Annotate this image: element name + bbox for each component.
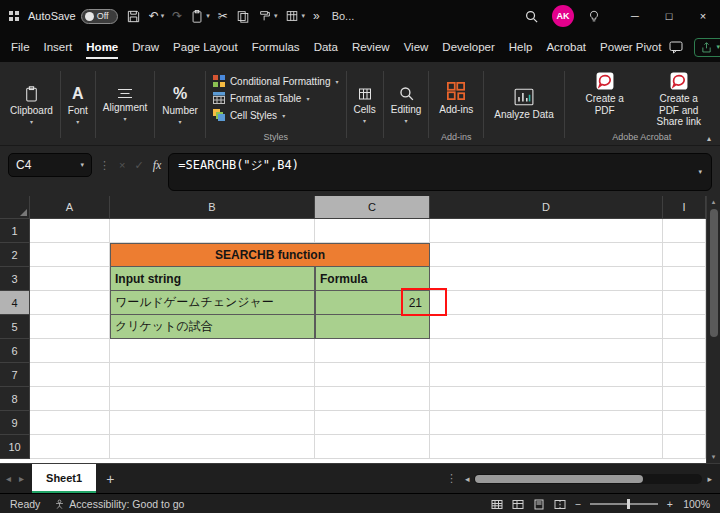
cell-c5[interactable] [315,315,430,339]
cell-b5[interactable]: クリケットの試合 [110,315,315,339]
sheet-nav-right[interactable]: ▸ [19,473,24,484]
column-header-d[interactable]: D [430,196,663,219]
normal-view-icon[interactable] [512,499,524,510]
tab-view[interactable]: View [397,32,436,62]
hscroll-right-icon[interactable]: ▸ [707,474,712,484]
page-break-view-icon[interactable] [554,499,566,510]
scroll-down-icon[interactable]: ▾ [712,454,716,460]
zoom-level[interactable]: 100% [682,498,710,510]
cell[interactable] [663,339,706,363]
scroll-up-icon[interactable]: ▴ [712,199,716,205]
row-header-5[interactable]: 5 [0,315,30,339]
lightbulb-icon[interactable] [587,9,601,24]
cell[interactable] [663,219,706,243]
hscroll-track[interactable] [474,474,702,484]
formula-text[interactable]: =SEARCHB("ジ",B4) [178,157,299,174]
cell[interactable] [30,387,110,411]
cell[interactable] [30,219,110,243]
tab-page-layout[interactable]: Page Layout [166,32,245,62]
cell[interactable] [430,411,663,435]
save-button[interactable] [126,9,141,24]
cell[interactable] [315,387,430,411]
minimize-button[interactable]: ─ [618,0,652,32]
ribbon-group-font[interactable]: A Font ▾ [64,64,92,145]
formula-bar-expand-button[interactable]: ▾ [698,168,702,176]
sheet-tab-sheet1[interactable]: Sheet1 [32,464,96,493]
cell[interactable] [110,387,315,411]
insert-function-button[interactable]: fx [153,158,162,173]
cell[interactable] [430,291,663,315]
cell-styles-button[interactable]: Cell Styles ▾ [213,109,285,121]
zoom-slider[interactable] [590,503,658,505]
cell[interactable] [110,435,315,459]
cell[interactable] [315,219,430,243]
create-pdf-share-button[interactable]: Create a PDF and Share link [646,72,712,128]
cell[interactable] [663,387,706,411]
ribbon-group-clipboard[interactable]: Clipboard ▾ [6,64,57,145]
conditional-formatting-button[interactable]: Conditional Formatting ▾ [213,75,339,87]
row-header-1[interactable]: 1 [0,219,30,243]
cell[interactable] [663,291,706,315]
cell[interactable] [30,291,110,315]
sheet-nav-left[interactable]: ◂ [6,473,11,484]
ribbon-group-editing[interactable]: Editing ▾ [387,64,426,145]
tab-file[interactable]: File [4,32,37,62]
cell[interactable] [663,315,706,339]
row-header-7[interactable]: 7 [0,363,30,387]
document-name[interactable]: Bo... [332,10,355,22]
cell[interactable] [30,315,110,339]
zoom-slider-thumb[interactable] [627,499,630,509]
tab-developer[interactable]: Developer [435,32,501,62]
row-header-2[interactable]: 2 [0,243,30,267]
ribbon-group-number[interactable]: % Number ▾ [158,64,202,145]
zoom-out-button[interactable]: − [575,498,581,510]
search-icon[interactable] [524,9,539,24]
row-header-8[interactable]: 8 [0,387,30,411]
hscroll-thumb[interactable] [475,475,643,483]
select-all-button[interactable] [0,196,30,219]
cell[interactable] [315,339,430,363]
add-sheet-button[interactable]: + [106,471,114,487]
tab-insert[interactable]: Insert [37,32,80,62]
ribbon-group-cells[interactable]: Cells ▾ [350,64,380,145]
tab-power-pivot[interactable]: Power Pivot [593,32,668,62]
cell-b4[interactable]: ワールドゲームチェンジャー [110,291,315,315]
page-layout-view-icon[interactable] [533,499,545,510]
cancel-button[interactable]: × [119,159,125,171]
cell[interactable] [110,411,315,435]
cell[interactable] [30,435,110,459]
cell[interactable] [30,411,110,435]
create-pdf-button[interactable]: Create a PDF [572,72,638,116]
row-header-9[interactable]: 9 [0,411,30,435]
cell[interactable] [430,363,663,387]
app-launcher-icon[interactable] [8,10,20,22]
column-header-b[interactable]: B [110,196,315,219]
tabbar-overflow[interactable]: ⋮ [446,472,457,485]
vscroll-thumb[interactable] [710,209,718,337]
cell[interactable] [315,435,430,459]
cell[interactable] [430,435,663,459]
accessibility-status[interactable]: Accessibility: Good to go [54,498,184,510]
row-header-6[interactable]: 6 [0,339,30,363]
vertical-scrollbar[interactable]: ▴ ▾ [706,196,720,463]
cell[interactable] [663,363,706,387]
enter-button[interactable]: ✓ [134,159,143,172]
toolbar-overflow-button[interactable]: » [313,9,320,23]
name-box[interactable]: C4 ▾ [8,153,92,177]
formula-input[interactable]: =SEARCHB("ジ",B4) ▾ [168,153,712,191]
cell[interactable] [30,243,110,267]
zoom-in-button[interactable]: + [667,498,673,510]
row-header-3[interactable]: 3 [0,267,30,291]
cell[interactable] [430,315,663,339]
column-header-c[interactable]: C [315,196,430,219]
undo-button[interactable]: ↶ ▾ [149,9,165,23]
close-button[interactable]: × [686,0,720,32]
tab-help[interactable]: Help [502,32,540,62]
cell[interactable] [30,267,110,291]
redo-button[interactable]: ↷ [172,9,182,23]
tab-review[interactable]: Review [345,32,397,62]
format-painter-button[interactable]: ▾ [258,9,278,23]
format-as-table-button[interactable]: Format as Table ▾ [213,92,310,104]
tab-data[interactable]: Data [307,32,345,62]
row-header-4[interactable]: 4 [0,291,30,315]
